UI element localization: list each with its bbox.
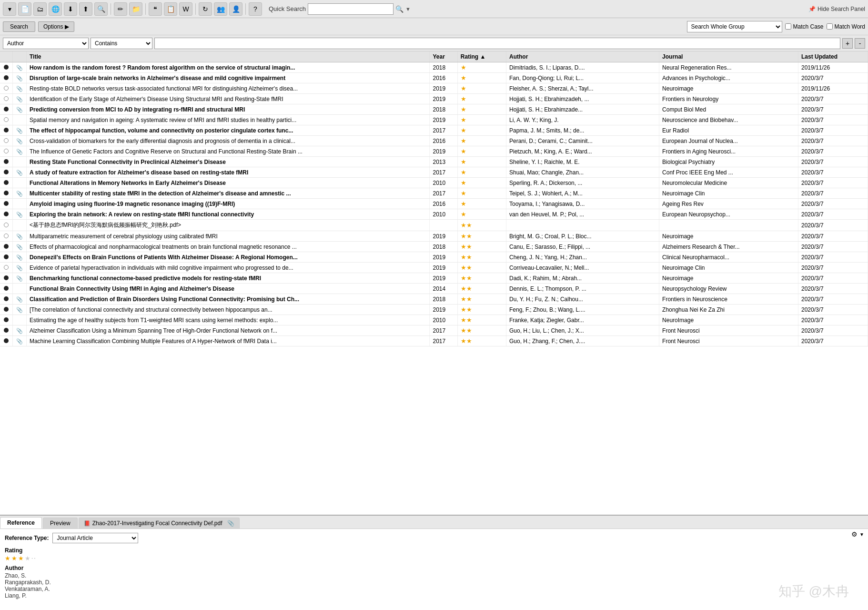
toolbar-dropdown[interactable]: ▾ [3, 2, 16, 16]
table-row[interactable]: 📎Multicenter stability of resting state … [0, 188, 868, 199]
rating-cell[interactable]: ★ [457, 115, 506, 125]
rating-cell[interactable]: ★ [457, 188, 506, 199]
star-icon[interactable]: ★ [461, 85, 466, 92]
star-icon[interactable]: ★ [461, 127, 466, 134]
title-cell[interactable]: Benchmarking functional connectome-based… [26, 273, 430, 284]
rating-cell[interactable]: ★★ [457, 284, 506, 294]
toolbar-new[interactable]: 📄 [18, 2, 31, 16]
table-row[interactable]: 📎Benchmarking functional connectome-base… [0, 273, 868, 284]
title-cell[interactable]: Disruption of large-scale brain networks… [26, 73, 430, 83]
table-row[interactable]: 📎Resting-state BOLD networks versus task… [0, 83, 868, 94]
title-cell[interactable]: Multicenter stability of resting state f… [26, 188, 430, 199]
ref-type-select[interactable]: Journal Article [52, 533, 138, 543]
star-icon[interactable]: ★ [466, 327, 472, 334]
star-icon[interactable]: ★ [461, 158, 466, 165]
col-header-year[interactable]: Year [430, 51, 457, 62]
star-icon[interactable]: ★ [461, 264, 466, 271]
title-cell[interactable]: Exploring the brain network: A review on… [26, 209, 430, 220]
star-icon[interactable]: ★ [461, 274, 466, 282]
toolbar-edit[interactable]: ✏ [114, 2, 127, 16]
rating-cell[interactable]: ★ [457, 94, 506, 104]
rating-cell[interactable]: ★ [457, 104, 506, 115]
table-row[interactable]: 📎Multiparametric measurement of cerebral… [0, 231, 868, 242]
table-row[interactable]: 📎A study of feature extraction for Alzhe… [0, 167, 868, 178]
table-row[interactable]: 📎Disruption of large-scale brain network… [0, 73, 868, 83]
search-whole-group-select[interactable]: Search Whole Group [687, 21, 782, 32]
table-row[interactable]: 📎Machine Learning Classification Combini… [0, 336, 868, 346]
title-cell[interactable]: Resting State Functional Connectivity in… [26, 157, 430, 167]
rating-cell[interactable]: ★★ [457, 305, 506, 315]
match-word-checkbox[interactable] [827, 23, 833, 30]
title-cell[interactable]: Evidence of parietal hyperactivation in … [26, 263, 430, 273]
toolbar-open[interactable]: 🗂 [33, 2, 47, 16]
filter-value-input[interactable] [154, 38, 840, 49]
title-cell[interactable]: A study of feature extraction for Alzhei… [26, 167, 430, 178]
toolbar-quote[interactable]: ❝ [149, 2, 162, 16]
toolbar-web[interactable]: 🌐 [49, 2, 62, 16]
table-row[interactable]: 📎The Influence of Genetic Factors and Co… [0, 146, 868, 157]
title-cell[interactable]: Functional Alterations in Memory Network… [26, 178, 430, 188]
title-cell[interactable]: Multiparametric measurement of cerebral … [26, 231, 430, 242]
filter-condition-select[interactable]: Contains Is Begins With Ends With [91, 38, 152, 49]
rating-cell[interactable]: ★ [457, 62, 506, 73]
match-case-label[interactable]: Match Case [785, 23, 824, 30]
title-cell[interactable]: The Influence of Genetic Factors and Cog… [26, 146, 430, 157]
title-cell[interactable]: Identification of the Early Stage of Alz… [26, 94, 430, 104]
rating-cell[interactable]: ★ [457, 167, 506, 178]
table-row[interactable]: Amyloid imaging using fluorine-19 magnet… [0, 199, 868, 209]
table-row[interactable]: Spatial memory and navigation in ageing:… [0, 115, 868, 125]
hide-search-panel-button[interactable]: 📌 Hide Search Panel [808, 6, 865, 12]
search-button[interactable]: Search [3, 21, 35, 32]
table-row[interactable]: 📎Cross-validation of biomarkers for the … [0, 136, 868, 146]
rating-cell[interactable]: ★ [457, 73, 506, 83]
title-cell[interactable]: [The correlation of functional connectiv… [26, 305, 430, 315]
table-row[interactable]: 📎Evidence of parietal hyperactivation in… [0, 263, 868, 273]
rating-cell[interactable]: ★★ [457, 263, 506, 273]
title-cell[interactable]: How random is the random forest ? Random… [26, 62, 430, 73]
rating-cell[interactable]: ★★ [457, 325, 506, 336]
table-row[interactable]: 📎Classification and Prediction of Brain … [0, 294, 868, 305]
star-4[interactable]: ★ [25, 555, 30, 562]
star-icon[interactable]: ★ [461, 222, 466, 229]
table-row[interactable]: 📎Donepezil's Effects on Brain Functions … [0, 252, 868, 263]
star-icon[interactable]: ★ [461, 211, 466, 218]
match-word-label[interactable]: Match Word [827, 23, 865, 30]
star-icon[interactable]: ★ [466, 233, 472, 240]
toolbar-help[interactable]: ? [249, 2, 262, 16]
stars-row[interactable]: ★ ★ ★ ★ · · [5, 555, 863, 562]
table-row[interactable]: 📎Alzheimer Classification Using a Minimu… [0, 325, 868, 336]
rating-cell[interactable]: ★ [457, 199, 506, 209]
star-icon[interactable]: ★ [461, 95, 466, 102]
title-cell[interactable]: Alzheimer Classification Using a Minimum… [26, 325, 430, 336]
match-case-checkbox[interactable] [785, 23, 791, 30]
star-icon[interactable]: ★ [461, 148, 466, 155]
star-icon[interactable]: ★ [461, 306, 466, 313]
col-header-journal[interactable]: Journal [659, 51, 798, 62]
title-cell[interactable]: Effects of pharmacological and nonpharma… [26, 242, 430, 252]
toolbar-folder[interactable]: 📁 [129, 2, 142, 16]
filter-field-select[interactable]: Author Title Year Journal Keywords Abstr… [3, 38, 89, 49]
star-icon[interactable]: ★ [466, 264, 472, 271]
star-icon[interactable]: ★ [466, 222, 472, 229]
rating-cell[interactable]: ★ [457, 83, 506, 94]
title-cell[interactable]: Machine Learning Classification Combinin… [26, 336, 430, 346]
rating-cell[interactable]: ★ [457, 136, 506, 146]
rating-cell[interactable]: ★ [457, 125, 506, 136]
star-1[interactable]: ★ [5, 555, 10, 562]
toolbar-find[interactable]: 🔍 [94, 2, 108, 16]
star-icon[interactable]: ★ [466, 295, 472, 303]
table-row[interactable]: 📎Exploring the brain network: A review o… [0, 209, 868, 220]
rating-cell[interactable]: ★★ [457, 252, 506, 263]
table-row[interactable]: Estimating the age of healthy subjects f… [0, 315, 868, 325]
star-icon[interactable]: ★ [461, 243, 466, 250]
star-icon[interactable]: ★ [461, 233, 466, 240]
options-button[interactable]: Options ▶ [38, 21, 74, 32]
rating-cell[interactable]: ★ [457, 209, 506, 220]
star-2[interactable]: ★ [11, 555, 17, 562]
toolbar-ref[interactable]: 📋 [164, 2, 177, 16]
quick-search-input[interactable] [308, 3, 394, 15]
rating-cell[interactable]: ★★ [457, 336, 506, 346]
star-icon[interactable]: ★ [466, 316, 472, 324]
star-icon[interactable]: ★ [466, 337, 472, 345]
toolbar-export[interactable]: ⬇ [64, 2, 77, 16]
